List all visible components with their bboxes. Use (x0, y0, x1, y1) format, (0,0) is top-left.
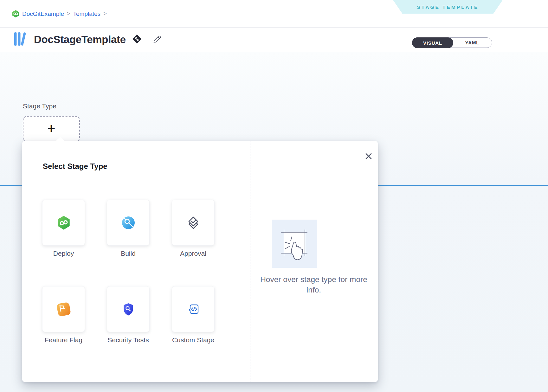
stage-type-label-feature-flag: Feature Flag (42, 335, 85, 345)
stage-type-label: Stage Type (23, 102, 56, 110)
stage-type-label-deploy: Deploy (42, 249, 85, 258)
breadcrumb: DocGitExample > Templates > (12, 0, 107, 28)
security-shield-magnifier-icon (121, 302, 135, 316)
template-library-bars-icon (14, 32, 29, 47)
template-studio-page: DocGitExample > Templates > STAGE TEMPLA… (0, 0, 548, 392)
deploy-hexagon-infinity-icon (57, 216, 71, 230)
page-title: DocStageTemplate (34, 34, 126, 46)
plus-icon: + (48, 122, 55, 135)
breadcrumb-templates-link[interactable]: Templates (73, 10, 101, 17)
stage-type-card-approval[interactable] (172, 200, 215, 246)
add-stage-button[interactable]: + (23, 116, 80, 142)
panel-divider (250, 141, 250, 382)
custom-stage-code-icon (186, 302, 201, 317)
breadcrumb-separator: > (67, 10, 70, 17)
build-circle-magnifier-icon (121, 216, 135, 230)
stage-template-badge-label: STAGE TEMPLATE (417, 4, 479, 10)
stage-type-label-approval: Approval (172, 249, 215, 258)
popover-caret (55, 137, 65, 141)
breadcrumb-separator: > (103, 10, 107, 17)
stage-type-label-custom-stage: Custom Stage (172, 335, 215, 345)
toggle-visual-button[interactable]: VISUAL (412, 37, 453, 48)
toggle-yaml-label: YAML (465, 40, 479, 45)
git-diamond-icon (131, 34, 142, 45)
edit-pencil-icon[interactable] (147, 34, 161, 45)
stage-type-card-security-tests[interactable] (107, 286, 150, 332)
stage-type-label-security-tests: Security Tests (107, 335, 150, 345)
stage-type-card-custom-stage[interactable] (172, 286, 215, 332)
stage-type-card-build[interactable] (107, 200, 150, 246)
toggle-visual-label: VISUAL (423, 40, 442, 46)
stage-template-badge: STAGE TEMPLATE (393, 0, 503, 14)
breadcrumb-project-link[interactable]: DocGitExample (22, 10, 64, 17)
approval-diamond-check-icon (186, 216, 200, 230)
close-icon[interactable] (364, 151, 373, 161)
stage-type-card-feature-flag[interactable] (42, 286, 85, 332)
title-bar: DocStageTemplate VISUAL (0, 28, 548, 51)
modal-title: Select Stage Type (43, 162, 107, 171)
view-mode-toggle: VISUAL YAML (412, 37, 492, 48)
project-hexagon-icon (12, 10, 19, 17)
feature-flag-icon (56, 302, 71, 316)
cursor-click-square-illustration (272, 220, 317, 268)
stage-type-card-deploy[interactable] (42, 200, 85, 246)
select-stage-type-popover: Select Stage Type (22, 141, 378, 382)
toggle-yaml-button[interactable]: YAML (453, 38, 492, 48)
hover-hint-text: Hover over stage type for more info. (260, 274, 368, 295)
stage-type-label-build: Build (107, 249, 150, 258)
